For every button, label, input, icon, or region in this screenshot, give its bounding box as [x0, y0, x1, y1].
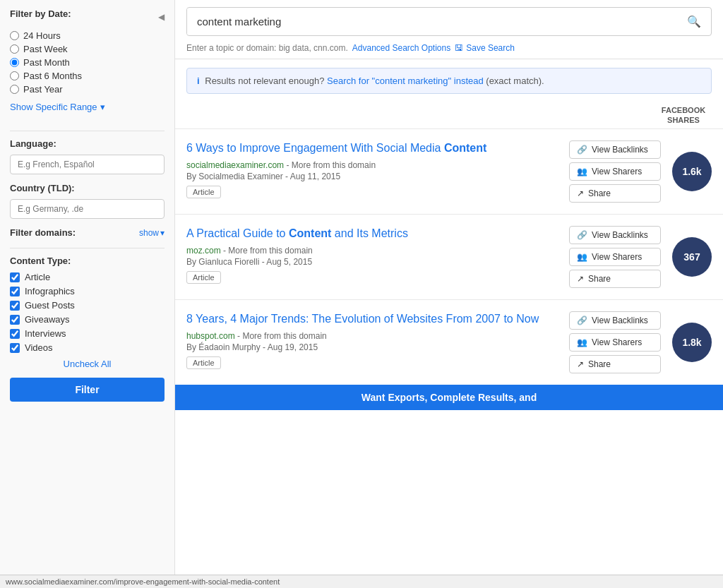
save-icon: 🖫	[455, 43, 463, 53]
advanced-search-link[interactable]: Advanced Search Options	[352, 43, 450, 53]
date-filter-group: 24 HoursPast WeekPast MonthPast 6 Months…	[10, 30, 165, 95]
content-type-checkbox-giveaways[interactable]	[10, 315, 20, 325]
search-hints: Enter a topic or domain: big data, cnn.c…	[186, 43, 712, 53]
view-sharers-button-2[interactable]: 👥View Sharers	[569, 333, 661, 352]
date-radio-row: Past Year	[10, 84, 165, 95]
content-type-row: Giveaways	[10, 314, 165, 325]
date-radio-pastmonth[interactable]	[10, 58, 19, 67]
date-radio-row: Past Month	[10, 57, 165, 68]
date-radio-past6months[interactable]	[10, 71, 19, 80]
save-search-link[interactable]: 🖫 Save Search	[455, 43, 515, 53]
filter-button[interactable]: Filter	[10, 378, 165, 402]
action-icon: 🔗	[577, 145, 587, 155]
view-sharers-button-0[interactable]: 👥View Sharers	[569, 162, 661, 181]
country-input[interactable]	[10, 199, 165, 219]
filter-domains-show-link[interactable]: show ▾	[139, 228, 165, 238]
search-icon: 🔍	[687, 16, 701, 28]
language-input[interactable]	[10, 155, 165, 174]
sidebar: Filter by Date: ◀ 24 HoursPast WeekPast …	[0, 0, 175, 575]
country-title: Country (TLD):	[10, 183, 165, 193]
content-type-row: Videos	[10, 342, 165, 353]
search-button[interactable]: 🔍	[677, 8, 711, 35]
uncheck-all-link[interactable]: Uncheck All	[10, 359, 165, 369]
result-meta-2: By Éadaoin Murphy - Aug 19, 2015	[186, 342, 558, 352]
result-domain-row-2: hubspot.com - More from this domain	[186, 330, 558, 341]
content-type-row: Guest Posts	[10, 300, 165, 311]
shares-circle-2: 1.8k	[672, 323, 712, 362]
result-domain-link-0[interactable]: socialmediaexaminer.com	[186, 160, 284, 170]
content-type-checkbox-infographics[interactable]	[10, 287, 20, 296]
results-list: 6 Ways to Improve Engagement With Social…	[175, 128, 723, 385]
result-tag-2: Article	[186, 356, 221, 369]
show-specific-range-link[interactable]: Show Specific Range ▾	[10, 102, 105, 112]
collapse-arrow-icon[interactable]: ◀	[158, 12, 165, 22]
content-type-checkbox-interviews[interactable]	[10, 329, 20, 339]
date-radio-row: 24 Hours	[10, 30, 165, 41]
view-backlinks-button-0[interactable]: 🔗View Backlinks	[569, 140, 661, 159]
result-content: 8 Years, 4 Major Trends: The Evolution o…	[186, 311, 558, 369]
result-item: 8 Years, 4 Major Trends: The Evolution o…	[175, 299, 723, 385]
date-radio-row: Past Week	[10, 44, 165, 54]
result-actions-2: 🔗View Backlinks👥View Sharers↗Share	[569, 311, 661, 373]
result-title-0[interactable]: 6 Ways to Improve Engagement With Social…	[186, 140, 558, 156]
shares-circle-1: 367	[672, 237, 712, 277]
main-content: 🔍 Enter a topic or domain: big data, cnn…	[175, 0, 723, 575]
search-input-row: 🔍	[186, 7, 712, 36]
search-input[interactable]	[187, 8, 677, 35]
shares-circle-0: 1.6k	[672, 152, 712, 191]
view-backlinks-button-1[interactable]: 🔗View Backlinks	[569, 226, 661, 244]
exact-match-link[interactable]: Search for "content marketing" instead	[327, 76, 484, 86]
view-sharers-button-1[interactable]: 👥View Sharers	[569, 248, 661, 266]
date-radio-label-pastyear: Past Year	[23, 84, 63, 95]
result-tag-0: Article	[186, 186, 221, 198]
result-domain-row-0: socialmediaexaminer.com - More from this…	[186, 160, 558, 170]
result-domain-link-2[interactable]: hubspot.com	[186, 331, 235, 341]
filter-by-date-title: Filter by Date:	[10, 8, 71, 19]
action-icon: 🔗	[577, 230, 587, 240]
status-bar: www.socialmediaexaminer.com/improve-enga…	[0, 575, 723, 588]
content-type-checkbox-article[interactable]	[10, 272, 20, 282]
result-domain-link-1[interactable]: moz.com	[186, 246, 221, 256]
result-title-1[interactable]: A Practical Guide to Content and Its Met…	[186, 226, 558, 241]
action-icon: 🔗	[577, 316, 587, 325]
result-title-2[interactable]: 8 Years, 4 Major Trends: The Evolution o…	[186, 311, 558, 327]
content-type-checkbox-videos[interactable]	[10, 343, 20, 353]
result-domain-suffix-2: - More from this domain	[235, 331, 327, 341]
content-type-title: Content Type:	[10, 256, 165, 266]
chevron-down-icon: ▾	[100, 102, 105, 112]
content-type-label-infographics: Infographics	[25, 286, 75, 296]
date-radio-label-24h: 24 Hours	[23, 30, 61, 41]
date-radio-label-pastmonth: Past Month	[23, 57, 70, 68]
action-icon: ↗	[577, 188, 584, 198]
info-banner: i Results not relevant enough? Search fo…	[186, 68, 712, 94]
result-item: 6 Ways to Improve Engagement With Social…	[175, 128, 723, 214]
result-domain-row-1: moz.com - More from this domain	[186, 245, 558, 256]
content-type-label-guestposts: Guest Posts	[25, 300, 75, 311]
content-type-label-article: Article	[25, 272, 50, 282]
result-content: 6 Ways to Improve Engagement With Social…	[186, 140, 558, 198]
date-radio-24h[interactable]	[10, 31, 19, 40]
filter-domains-title: Filter domains:	[10, 227, 76, 238]
result-domain-suffix-0: - More from this domain	[284, 160, 376, 170]
chevron-down-icon-domains: ▾	[160, 228, 165, 238]
action-icon: 👥	[577, 337, 587, 347]
content-type-checkbox-guestposts[interactable]	[10, 301, 20, 311]
content-type-label-giveaways: Giveaways	[25, 314, 70, 325]
action-icon: ↗	[577, 359, 584, 369]
result-domain-suffix-1: - More from this domain	[221, 246, 313, 256]
view-backlinks-button-2[interactable]: 🔗View Backlinks	[569, 311, 661, 330]
result-meta-0: By Socialmedia Examiner - Aug 11, 2015	[186, 172, 558, 181]
bottom-cta-bar[interactable]: Want Exports, Complete Results, and	[175, 385, 723, 410]
date-radio-row: Past 6 Months	[10, 71, 165, 81]
date-radio-pastyear[interactable]	[10, 85, 19, 94]
share-button-1[interactable]: ↗Share	[569, 270, 661, 288]
share-button-2[interactable]: ↗Share	[569, 355, 661, 373]
results-header: FACEBOOKSHARES	[175, 102, 723, 128]
share-button-0[interactable]: ↗Share	[569, 184, 661, 203]
result-content: A Practical Guide to Content and Its Met…	[186, 226, 558, 284]
content-type-row: Infographics	[10, 286, 165, 296]
action-icon: 👥	[577, 167, 587, 176]
content-type-label-interviews: Interviews	[25, 328, 66, 339]
date-radio-pastweek[interactable]	[10, 44, 19, 54]
info-icon: i	[197, 76, 200, 86]
